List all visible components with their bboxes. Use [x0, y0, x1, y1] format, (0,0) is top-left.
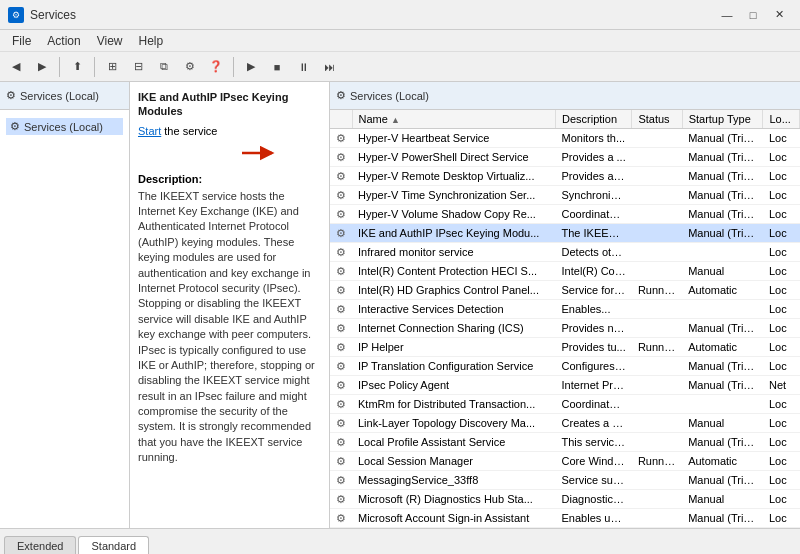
service-log: Loc	[763, 167, 800, 186]
up-button[interactable]: ⬆	[65, 55, 89, 79]
table-row[interactable]: ⚙Internet Connection Sharing (ICS)Provid…	[330, 319, 800, 338]
table-row[interactable]: ⚙Hyper-V Remote Desktop Virtualiz...Prov…	[330, 167, 800, 186]
table-row[interactable]: ⚙Local Session ManagerCore Windo...Runni…	[330, 452, 800, 471]
col-header-status[interactable]: Status	[632, 110, 682, 129]
maximize-button[interactable]: □	[740, 5, 766, 25]
service-row-icon: ⚙	[330, 281, 352, 300]
service-status	[632, 490, 682, 509]
tab-extended[interactable]: Extended	[4, 536, 76, 554]
service-row-icon: ⚙	[330, 300, 352, 319]
table-row[interactable]: ⚙Hyper-V Time Synchronization Ser...Sync…	[330, 186, 800, 205]
service-status	[632, 357, 682, 376]
service-row-icon: ⚙	[330, 395, 352, 414]
table-row[interactable]: ⚙Hyper-V Volume Shadow Copy Re...Coordin…	[330, 205, 800, 224]
service-status	[632, 243, 682, 262]
back-button[interactable]: ◀	[4, 55, 28, 79]
menu-view[interactable]: View	[89, 30, 131, 51]
pause-service-button[interactable]: ⏸	[291, 55, 315, 79]
service-startup: Manual (Trig...	[682, 205, 763, 224]
service-name: Intel(R) Content Protection HECI S...	[352, 262, 556, 281]
table-row[interactable]: ⚙IKE and AuthIP IPsec Keying Modu...The …	[330, 224, 800, 243]
table-row[interactable]: ⚙MessagingService_33ff8Service sup...Man…	[330, 471, 800, 490]
service-startup: Manual (Trig...	[682, 509, 763, 528]
tree-icon: ⚙	[10, 120, 20, 133]
table-row[interactable]: ⚙Microsoft Account Sign-in AssistantEnab…	[330, 509, 800, 528]
col-header-desc[interactable]: Description	[556, 110, 632, 129]
title-bar: ⚙ Services — □ ✕	[0, 0, 800, 30]
service-row-icon: ⚙	[330, 205, 352, 224]
service-startup: Manual	[682, 414, 763, 433]
col-header-name[interactable]: Name ▲	[352, 110, 556, 129]
help-button[interactable]: ❓	[204, 55, 228, 79]
table-row[interactable]: ⚙IP Translation Configuration ServiceCon…	[330, 357, 800, 376]
close-button[interactable]: ✕	[766, 5, 792, 25]
main-container: ⚙ Services (Local) ⚙ Services (Local) IK…	[0, 82, 800, 528]
console-button[interactable]: ⊟	[126, 55, 150, 79]
service-startup: Automatic	[682, 281, 763, 300]
minimize-button[interactable]: —	[714, 5, 740, 25]
info-desc-label: Description:	[138, 173, 321, 185]
stop-service-button[interactable]: ■	[265, 55, 289, 79]
service-log: Loc	[763, 148, 800, 167]
toolbar-separator-2	[94, 57, 95, 77]
service-name: IP Helper	[352, 338, 556, 357]
service-desc: Provides a ...	[556, 148, 632, 167]
properties-button[interactable]: ⚙	[178, 55, 202, 79]
table-row[interactable]: ⚙Link-Layer Topology Discovery Ma...Crea…	[330, 414, 800, 433]
show-hide-button[interactable]: ⊞	[100, 55, 124, 79]
table-row[interactable]: ⚙Microsoft (R) Diagnostics Hub Sta...Dia…	[330, 490, 800, 509]
services-table-wrapper[interactable]: Name ▲ Description Status Startup Type L…	[330, 110, 800, 528]
left-panel-header: ⚙ Services (Local)	[0, 82, 129, 110]
service-name: Intel(R) HD Graphics Control Panel...	[352, 281, 556, 300]
table-row[interactable]: ⚙KtmRm for Distributed Transaction...Coo…	[330, 395, 800, 414]
table-row[interactable]: ⚙Infrared monitor serviceDetects oth...L…	[330, 243, 800, 262]
service-status	[632, 414, 682, 433]
service-log: Loc	[763, 433, 800, 452]
service-status	[632, 433, 682, 452]
table-row[interactable]: ⚙IP HelperProvides tu...RunningAutomatic…	[330, 338, 800, 357]
service-row-icon: ⚙	[330, 129, 352, 148]
table-row[interactable]: ⚙Hyper-V Heartbeat ServiceMonitors th...…	[330, 129, 800, 148]
menu-help[interactable]: Help	[131, 30, 172, 51]
service-row-icon: ⚙	[330, 338, 352, 357]
menu-file[interactable]: File	[4, 30, 39, 51]
service-startup	[682, 300, 763, 319]
table-row[interactable]: ⚙Hyper-V PowerShell Direct ServiceProvid…	[330, 148, 800, 167]
service-desc: Monitors th...	[556, 129, 632, 148]
table-row[interactable]: ⚙Local Profile Assistant ServiceThis ser…	[330, 433, 800, 452]
tree-item-services-local[interactable]: ⚙ Services (Local)	[6, 118, 123, 135]
service-desc: Core Windo...	[556, 452, 632, 471]
service-name: KtmRm for Distributed Transaction...	[352, 395, 556, 414]
col-header-log[interactable]: Lo...	[763, 110, 800, 129]
info-panel: IKE and AuthIP IPsec Keying Modules Star…	[130, 82, 330, 528]
new-window-button[interactable]: ⧉	[152, 55, 176, 79]
service-desc: The IKEEXT ...	[556, 224, 632, 243]
service-name: Microsoft (R) Diagnostics Hub Sta...	[352, 490, 556, 509]
col-header-startup[interactable]: Startup Type	[682, 110, 763, 129]
table-row[interactable]: ⚙Intel(R) Content Protection HECI S...In…	[330, 262, 800, 281]
tab-standard[interactable]: Standard	[78, 536, 149, 554]
forward-button[interactable]: ▶	[30, 55, 54, 79]
start-service-link[interactable]: Start	[138, 125, 161, 137]
service-name: Infrared monitor service	[352, 243, 556, 262]
service-status	[632, 205, 682, 224]
table-row[interactable]: ⚙IPsec Policy AgentInternet Pro...Manual…	[330, 376, 800, 395]
service-status	[632, 395, 682, 414]
service-status	[632, 167, 682, 186]
table-row[interactable]: ⚙Interactive Services DetectionEnables..…	[330, 300, 800, 319]
service-row-icon: ⚙	[330, 433, 352, 452]
start-service-button[interactable]: ▶	[239, 55, 263, 79]
left-panel: ⚙ Services (Local) ⚙ Services (Local)	[0, 82, 130, 528]
service-name: Hyper-V PowerShell Direct Service	[352, 148, 556, 167]
service-status	[632, 300, 682, 319]
service-row-icon: ⚙	[330, 224, 352, 243]
service-name: IKE and AuthIP IPsec Keying Modu...	[352, 224, 556, 243]
service-desc: Configures ...	[556, 357, 632, 376]
service-desc: Service sup...	[556, 471, 632, 490]
service-row-icon: ⚙	[330, 414, 352, 433]
service-name: Internet Connection Sharing (ICS)	[352, 319, 556, 338]
service-row-icon: ⚙	[330, 471, 352, 490]
menu-action[interactable]: Action	[39, 30, 88, 51]
restart-service-button[interactable]: ⏭	[317, 55, 341, 79]
table-row[interactable]: ⚙Intel(R) HD Graphics Control Panel...Se…	[330, 281, 800, 300]
